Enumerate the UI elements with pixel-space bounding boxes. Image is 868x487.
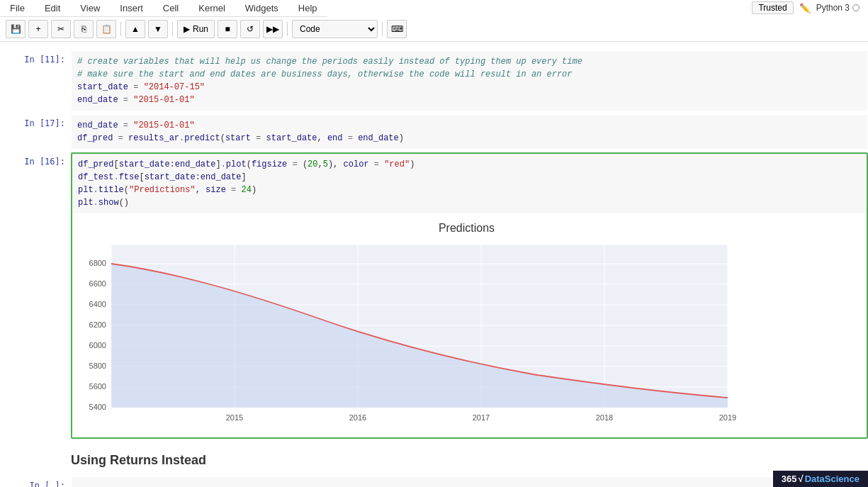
y-label-6600: 6600 (89, 279, 106, 288)
copy-button[interactable]: ⎘ (74, 20, 94, 38)
x-label-2019: 2019 (719, 413, 736, 422)
kernel-status-circle (852, 4, 859, 11)
menu-file[interactable]: File (6, 1, 29, 15)
toolbar: 💾 + ✂ ⎘ 📋 ▲ ▼ ▶ Run ■ ↺ ▶▶ Code Markdown… (0, 17, 868, 42)
cell-16-output: Predictions (72, 213, 867, 437)
x-label-2015: 2015 (226, 413, 243, 422)
y-label-6800: 6800 (89, 259, 106, 267)
run-label: Run (193, 24, 208, 34)
cell-11-prompt: In [11]: (0, 50, 71, 111)
y-label-5400: 5400 (89, 403, 106, 411)
restart-button[interactable]: ↺ (240, 20, 260, 38)
cell-empty-1-content[interactable] (71, 476, 868, 487)
cell-16-code: df_pred[start_date:end_date].plot(figsiz… (72, 154, 867, 213)
cell-11: In [11]: # create variables that will he… (0, 50, 868, 111)
y-label-6000: 6000 (89, 341, 106, 349)
cell-16: In [16]: df_pred[start_date:end_date].pl… (0, 152, 868, 439)
cell-empty-1: In [ ]: (0, 476, 868, 487)
separator-3 (287, 22, 288, 36)
menu-cell[interactable]: Cell (159, 1, 183, 15)
save-button[interactable]: 💾 (6, 20, 26, 38)
stop-button[interactable]: ■ (218, 20, 237, 38)
menu-bar: File Edit View Insert Cell Kernel Widget… (0, 0, 868, 17)
separator-1 (120, 22, 121, 36)
edit-icon[interactable]: ✏️ (799, 3, 811, 13)
move-up-button[interactable]: ▲ (125, 20, 145, 38)
y-label-6400: 6400 (89, 300, 106, 308)
cut-button[interactable]: ✂ (51, 20, 71, 38)
logo-sqrt-symbol: √ (799, 474, 804, 484)
menu-widgets[interactable]: Widgets (241, 1, 283, 15)
logo-datascience-text: DataScience (805, 474, 859, 484)
cell-17-content[interactable]: end_date = "2015-01-01" df_pred = result… (71, 114, 868, 150)
cell-empty-1-code[interactable] (72, 477, 867, 487)
cell-11-code: # create variables that will help us cha… (72, 51, 867, 111)
chart-svg: 5400 5600 5800 6000 6200 6400 6600 6800 … (72, 237, 738, 429)
separator-2 (172, 22, 173, 36)
cell-empty-1-prompt: In [ ]: (0, 476, 71, 487)
separator-4 (382, 22, 383, 36)
restart-run-button[interactable]: ▶▶ (263, 20, 283, 38)
cell-17-prompt: In [17]: (0, 114, 71, 150)
move-down-button[interactable]: ▼ (148, 20, 168, 38)
x-label-2016: 2016 (349, 413, 366, 422)
y-label-6200: 6200 (89, 320, 106, 329)
notebook: In [11]: # create variables that will he… (0, 42, 868, 487)
run-icon: ▶ (184, 24, 190, 34)
menu-bar-items: File Edit View Insert Cell Kernel Widget… (0, 0, 327, 17)
y-label-5800: 5800 (89, 362, 106, 370)
cell-type-select[interactable]: Code Markdown Raw NBConvert (292, 20, 378, 38)
predictions-chart: Predictions (72, 222, 861, 429)
section-heading: Using Returns Instead (0, 442, 868, 474)
menu-kernel[interactable]: Kernel (194, 1, 230, 15)
cell-16-prompt: In [16]: (0, 152, 71, 439)
trusted-button[interactable]: Trusted (752, 1, 793, 14)
cell-16-content[interactable]: df_pred[start_date:end_date].plot(figsiz… (71, 152, 868, 439)
logo-365-text: 365 (782, 474, 797, 484)
cell-11-content[interactable]: # create variables that will help us cha… (71, 50, 868, 111)
cell-17: In [17]: end_date = "2015-01-01" df_pred… (0, 114, 868, 150)
paste-button[interactable]: 📋 (96, 20, 116, 38)
chart-title: Predictions (72, 222, 861, 235)
add-cell-button[interactable]: + (28, 20, 48, 38)
kernel-label: Python 3 (816, 3, 850, 13)
logo-bar: 365 √ DataScience (773, 471, 868, 487)
python-indicator: Python 3 (816, 3, 859, 13)
x-label-2017: 2017 (473, 413, 490, 422)
cell-17-code: end_date = "2015-01-01" df_pred = result… (72, 115, 867, 149)
menu-view[interactable]: View (76, 1, 104, 15)
menu-insert[interactable]: Insert (115, 1, 147, 15)
menu-edit[interactable]: Edit (40, 1, 64, 15)
y-label-5600: 5600 (89, 382, 106, 391)
run-button[interactable]: ▶ Run (177, 20, 215, 38)
menu-help[interactable]: Help (294, 1, 322, 15)
x-label-2018: 2018 (596, 413, 613, 422)
keyboard-shortcuts-button[interactable]: ⌨ (387, 20, 407, 38)
